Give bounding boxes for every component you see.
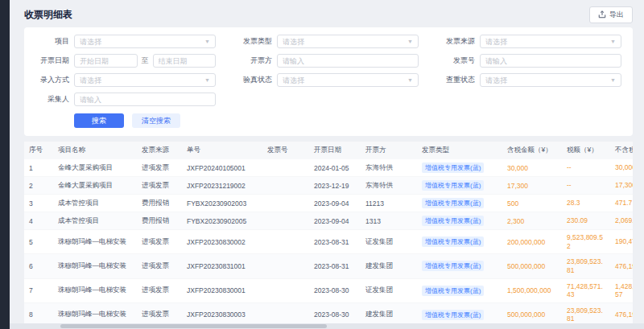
page-header: 收票明细表 导出 (24, 6, 633, 23)
filter-field-label: 开票方 (230, 56, 272, 66)
column-header: 开票日期 (309, 142, 361, 159)
search-button[interactable]: 搜索 (74, 113, 124, 128)
table-cell-issuer: 证发集团 (361, 230, 417, 254)
text-input-control[interactable] (480, 54, 621, 68)
table-cell-date: 2023-12-19 (309, 177, 361, 195)
table-cell-invoice_no (262, 159, 309, 177)
table-cell-invoice_no (262, 212, 309, 230)
table-cell-source: 进项发票 (137, 230, 182, 254)
table-cell-amount_ex: 1,428,571,428.57 (610, 278, 633, 302)
table-cell-project: 金峰大厦采购项目 (53, 177, 137, 195)
column-header: 单号 (182, 142, 262, 159)
filter-field: 验真状态▼ (230, 73, 419, 87)
filter-field: 录入方式▼ (27, 73, 216, 87)
table-cell-no: 7 (24, 278, 53, 302)
filter-field: 发票类型▼ (230, 35, 419, 48)
table-cell-issuer: 证发集团 (361, 278, 417, 302)
select-control[interactable]: ▼ (74, 35, 216, 48)
text-input-control[interactable] (74, 93, 216, 106)
filter-field: 开票日期至 (27, 54, 216, 68)
table-cell-tax: -- (562, 177, 610, 195)
table-cell-amount: 1,500,000,000 (502, 278, 562, 302)
table-cell-project: 成本管控项目 (53, 212, 137, 230)
select-value[interactable] (485, 38, 607, 46)
export-button[interactable]: 导出 (589, 6, 633, 23)
select-control[interactable]: ▼ (277, 73, 419, 87)
select-value[interactable] (485, 76, 607, 84)
table-row[interactable]: 6珠穆朗玛峰—电梯安装进项发票JXFP202308310012023-08-31… (24, 254, 633, 278)
table-row[interactable]: 3成本管控项目费用报销FYBX202309020032023-09-041121… (24, 195, 633, 212)
date-range-separator: 至 (142, 56, 149, 66)
column-header: 项目名称 (53, 142, 137, 159)
clear-search-button[interactable]: 清空搜索 (132, 113, 180, 128)
filter-field-label: 开票日期 (27, 56, 69, 66)
export-label: 导出 (609, 10, 624, 20)
select-control[interactable]: ▼ (480, 35, 621, 48)
table-cell-invoice_no (262, 230, 309, 254)
table-cell-source: 进项发票 (137, 159, 182, 177)
end-date-input[interactable] (153, 54, 217, 68)
table-cell-amount: 2,300 (502, 212, 562, 230)
invoice-table: 序号项目名称发票来源单号发票号开票日期开票方发票类型含税金额（¥）税额（¥）不含… (24, 142, 633, 327)
table-cell-type: 增值税专用发票(蓝) (417, 230, 502, 254)
chevron-down-icon: ▼ (407, 39, 413, 44)
filter-field: 发票来源▼ (433, 35, 621, 48)
invoice-type-badge: 增值税专用发票(蓝) (422, 216, 484, 226)
table-cell-amount: 17,300 (502, 177, 562, 195)
invoice-type-badge: 增值税专用发票(蓝) (422, 180, 484, 191)
table-cell-type: 增值税专用发票(蓝) (417, 278, 502, 302)
table-cell-issuer: 1313 (361, 212, 417, 230)
column-header: 开票方 (361, 142, 417, 159)
table-cell-project: 珠穆朗玛峰—电梯安装 (53, 254, 137, 278)
table-row[interactable]: 2金峰大厦采购项目进项发票JXFP202312190022023-12-19东海… (24, 177, 633, 195)
invoice-type-badge: 增值税专用发票(蓝) (422, 310, 484, 320)
invoice-type-badge: 增值税专用发票(蓝) (422, 286, 484, 296)
select-value[interactable] (283, 76, 404, 84)
select-control[interactable]: ▼ (480, 73, 621, 87)
text-input[interactable] (283, 57, 413, 65)
text-input[interactable] (485, 57, 616, 65)
select-control[interactable]: ▼ (277, 35, 419, 48)
start-date-field[interactable] (80, 57, 132, 65)
filter-field: 开票方 (230, 54, 419, 68)
table-row[interactable]: 7珠穆朗玛峰—电梯安装进项发票JXFP202308300012023-08-30… (24, 278, 633, 302)
table-cell-amount_ex: 471.7 (610, 195, 633, 212)
table-row[interactable]: 4成本管控项目费用报销FYBX202309020052023-09-041313… (24, 212, 633, 230)
table-cell-amount: 500,000,000 (502, 254, 562, 278)
table-cell-amount_ex: 476,190,476.19 (610, 254, 633, 278)
filter-field-label: 发票来源 (433, 36, 475, 47)
horizontal-scrollbar-thumb[interactable] (60, 324, 327, 328)
table-cell-type: 增值税专用发票(蓝) (417, 159, 502, 177)
table-scroll-area[interactable]: 序号项目名称发票来源单号发票号开票日期开票方发票类型含税金额（¥）税额（¥）不含… (24, 142, 633, 327)
table-cell-tax: 71,428,571.43 (562, 278, 610, 302)
select-value[interactable] (80, 76, 201, 84)
table-row[interactable]: 1金峰大厦采购项目进项发票JXFP202401050012024-01-05东海… (24, 159, 633, 177)
column-header: 不含税金额（¥） (610, 142, 633, 159)
invoice-table-card: 序号项目名称发票来源单号发票号开票日期开票方发票类型含税金额（¥）税额（¥）不含… (24, 142, 633, 329)
column-header: 含税金额（¥） (502, 142, 562, 159)
select-value[interactable] (283, 38, 404, 46)
table-cell-date: 2023-08-30 (309, 278, 361, 302)
table-header-row: 序号项目名称发票来源单号发票号开票日期开票方发票类型含税金额（¥）税额（¥）不含… (24, 142, 633, 159)
text-input-control[interactable] (277, 54, 419, 68)
text-input[interactable] (80, 96, 210, 104)
table-cell-date: 2023-09-04 (309, 212, 361, 230)
start-date-input[interactable] (74, 54, 138, 68)
filter-field: 项目▼ (27, 35, 216, 48)
select-control[interactable]: ▼ (74, 73, 216, 87)
table-cell-project: 金峰大厦采购项目 (53, 159, 137, 177)
column-header: 发票号 (262, 142, 309, 159)
table-cell-no: 3 (24, 195, 53, 212)
end-date-field[interactable] (159, 57, 211, 65)
table-cell-invoice_no (262, 254, 309, 278)
chevron-down-icon: ▼ (610, 39, 616, 44)
table-row[interactable]: 5珠穆朗玛峰—电梯安装进项发票JXFP202308300022023-08-31… (24, 230, 633, 254)
table-cell-amount: 30,000 (502, 159, 562, 177)
select-value[interactable] (80, 38, 201, 46)
table-cell-source: 进项发票 (137, 278, 182, 302)
table-cell-issuer: 东海特供 (361, 159, 417, 177)
table-cell-amount_ex: 17,300 (610, 177, 633, 195)
horizontal-scrollbar[interactable] (10, 323, 644, 329)
table-cell-type: 增值税专用发票(蓝) (417, 195, 502, 212)
table-cell-type: 增值税专用发票(蓝) (417, 212, 502, 230)
